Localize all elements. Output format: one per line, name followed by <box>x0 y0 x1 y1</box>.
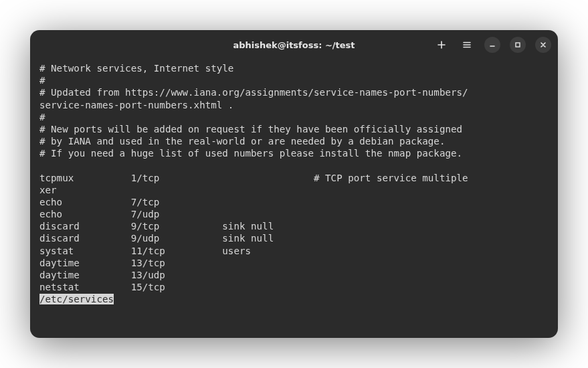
output-line: xer <box>39 185 57 195</box>
output-line: # <box>39 75 45 86</box>
menu-button[interactable] <box>459 37 475 53</box>
output-line: daytime 13/tcp <box>39 258 165 268</box>
output-line: # by IANA and used in the real-world or … <box>39 136 445 147</box>
output-line: discard 9/udp sink null <box>39 233 274 244</box>
output-line: echo 7/tcp <box>39 197 159 207</box>
output-line: echo 7/udp <box>39 209 159 219</box>
output-line: # Network services, Internet style <box>39 63 233 74</box>
output-line: daytime 13/udp <box>39 270 165 280</box>
terminal-window: abhishek@itsfoss: ~/test # Netwo <box>30 30 558 338</box>
output-line: # If you need a huge list of used number… <box>39 148 462 159</box>
terminal-content[interactable]: # Network services, Internet style # # U… <box>30 60 558 338</box>
titlebar: abhishek@itsfoss: ~/test <box>30 30 558 60</box>
pager-filename: /etc/services <box>39 294 114 304</box>
window-controls <box>433 37 551 53</box>
output-line: netstat 15/tcp <box>39 282 165 292</box>
close-button[interactable] <box>535 37 551 53</box>
output-line: discard 9/tcp sink null <box>39 221 274 232</box>
pager-status-line: /etc/services <box>39 294 114 304</box>
output-line: tcpmux 1/tcp # TCP port service multiple <box>39 173 468 183</box>
minimize-button[interactable] <box>484 37 500 53</box>
output-line: systat 11/tcp users <box>39 246 251 256</box>
output-line: # New ports will be added on request if … <box>39 124 462 134</box>
output-line: service-names-port-numbers.xhtml . <box>39 100 233 110</box>
new-tab-button[interactable] <box>433 37 450 53</box>
output-line: # <box>39 112 45 122</box>
svg-rect-0 <box>516 43 520 47</box>
maximize-button[interactable] <box>510 37 526 53</box>
output-line: # Updated from https://www.iana.org/assi… <box>39 87 468 98</box>
